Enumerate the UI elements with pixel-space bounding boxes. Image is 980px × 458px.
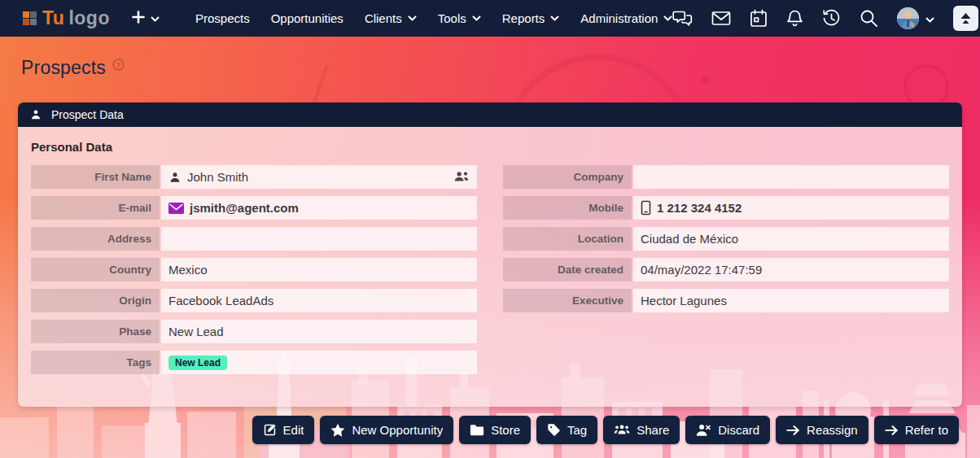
action-button-label: Discard <box>718 423 759 437</box>
field-row-date-created: Date created04/may/2022 17:47:59 <box>503 258 949 281</box>
field-value-executive: Hector Lagunes <box>633 289 949 312</box>
page-title: Prospects <box>21 57 106 79</box>
field-text: 1 212 324 4152 <box>657 201 742 215</box>
field-value-company <box>633 165 949 189</box>
field-row-country: CountryMexico <box>31 258 477 281</box>
field-value-phase: New Lead <box>161 320 477 343</box>
refer-to-button[interactable]: Refer to <box>874 416 959 444</box>
navbar-actions <box>672 6 978 31</box>
field-row-company: Company <box>503 165 949 189</box>
tag-badge: New Lead <box>168 355 227 370</box>
action-button-label: Refer to <box>905 423 948 437</box>
field-label: Origin <box>31 289 160 312</box>
field-label: First Name <box>31 165 160 189</box>
card-header: Prospect Data <box>18 103 962 127</box>
field-text: New Lead <box>168 325 224 338</box>
share-icon <box>614 424 630 436</box>
chevron-down-icon <box>663 15 672 21</box>
nav-item-opportunities[interactable]: Opportunities <box>271 11 343 25</box>
arrow-right-icon <box>885 425 899 436</box>
action-button-label: New Opportunity <box>352 423 443 437</box>
field-label: Executive <box>503 289 632 312</box>
calendar-icon[interactable] <box>750 9 768 28</box>
form-column-right: CompanyMobile1 212 324 4152LocationCiuda… <box>503 165 949 382</box>
field-label: Tags <box>31 351 160 374</box>
field-label: Phase <box>31 320 160 343</box>
prospect-data-card: Prospect Data Personal Data First NameJo… <box>18 103 962 407</box>
tag-button[interactable]: Tag <box>536 416 597 444</box>
edit-button[interactable]: Edit <box>252 416 315 444</box>
field-value-first-name: John Smith <box>161 165 477 189</box>
nav-item-label: Tools <box>438 11 466 25</box>
field-label: E-mail <box>31 196 160 220</box>
person-remove-icon <box>696 424 711 437</box>
chevron-down-icon <box>151 12 160 24</box>
share-button[interactable]: Share <box>603 416 680 444</box>
section-title: Personal Data <box>31 140 949 154</box>
reassign-button[interactable]: Reassign <box>776 416 868 444</box>
field-value-country: Mexico <box>161 258 477 281</box>
card-body: Personal Data First NameJohn SmithE-mail… <box>18 127 962 407</box>
personal-data-form: First NameJohn SmithE-mailjsmith@agent.c… <box>31 165 949 382</box>
collapse-up-icon <box>959 11 973 25</box>
history-icon[interactable] <box>822 9 841 28</box>
field-row-mobile: Mobile1 212 324 4152 <box>503 196 949 220</box>
nav-item-label: Prospects <box>195 11 250 25</box>
field-value-location: Ciudad de México <box>633 227 949 251</box>
scroll-top-button[interactable] <box>953 6 978 31</box>
bell-icon[interactable] <box>786 9 803 28</box>
tag-icon <box>547 423 561 437</box>
field-row-tags: TagsNew Lead <box>31 351 477 374</box>
new-opportunity-button[interactable]: New Opportunity <box>320 416 453 444</box>
search-icon[interactable] <box>860 9 878 28</box>
nav-item-reports[interactable]: Reports <box>502 11 560 25</box>
logo-text-primary: Tu <box>42 7 64 29</box>
quick-add-button[interactable] <box>128 7 163 30</box>
field-row-phase: PhaseNew Lead <box>31 320 477 343</box>
field-value-date-created: 04/may/2022 17:47:59 <box>633 258 949 281</box>
field-value-origin: Facebook LeadAds <box>161 289 477 312</box>
field-value-e-mail[interactable]: jsmith@agent.com <box>161 196 477 220</box>
field-row-first-name: First NameJohn Smith <box>31 165 477 189</box>
discard-button[interactable]: Discard <box>685 416 770 444</box>
field-value-address <box>161 227 477 251</box>
nav-item-prospects[interactable]: Prospects <box>195 11 250 25</box>
user-menu[interactable] <box>897 7 934 29</box>
field-text: Facebook LeadAds <box>168 294 273 308</box>
nav-item-tools[interactable]: Tools <box>438 11 481 25</box>
logo-text-secondary: logo <box>68 7 110 29</box>
field-label: Mobile <box>503 196 632 220</box>
plus-icon <box>131 10 146 27</box>
store-button[interactable]: Store <box>459 416 531 444</box>
app-logo[interactable]: Tu logo <box>23 7 110 29</box>
field-label: Company <box>503 165 632 189</box>
user-avatar <box>897 7 919 29</box>
people-icon[interactable] <box>453 171 470 183</box>
person-icon <box>168 171 182 184</box>
action-button-label: Store <box>491 423 520 437</box>
field-text: Ciudad de México <box>641 232 738 246</box>
field-row-address: Address <box>31 227 477 251</box>
field-label: Country <box>31 258 160 281</box>
card-title: Prospect Data <box>51 108 124 121</box>
field-text: 04/may/2022 17:47:59 <box>641 263 762 277</box>
page-background: Prospects ? Prospect Data Personal Data … <box>0 37 980 458</box>
nav-item-clients[interactable]: Clients <box>365 11 417 25</box>
mobile-icon <box>641 200 651 216</box>
mail-icon[interactable] <box>711 11 731 26</box>
folder-icon <box>470 424 484 436</box>
field-value-mobile[interactable]: 1 212 324 4152 <box>633 196 949 220</box>
nav-item-administration[interactable]: Administration <box>580 11 672 25</box>
field-text: Hector Lagunes <box>641 294 727 308</box>
field-row-origin: OriginFacebook LeadAds <box>31 289 477 312</box>
main-navigation: ProspectsOpportunitiesClientsToolsReport… <box>174 11 672 25</box>
help-icon[interactable]: ? <box>112 59 125 73</box>
nav-item-label: Reports <box>502 11 545 25</box>
action-button-bar: EditNew OpportunityStoreTagShareDiscardR… <box>252 416 959 444</box>
field-label: Address <box>31 227 160 251</box>
action-button-label: Tag <box>567 423 587 437</box>
svg-text:?: ? <box>116 61 121 69</box>
action-button-label: Share <box>637 423 669 437</box>
chat-icon[interactable] <box>672 10 693 28</box>
envelope-icon <box>168 203 184 214</box>
